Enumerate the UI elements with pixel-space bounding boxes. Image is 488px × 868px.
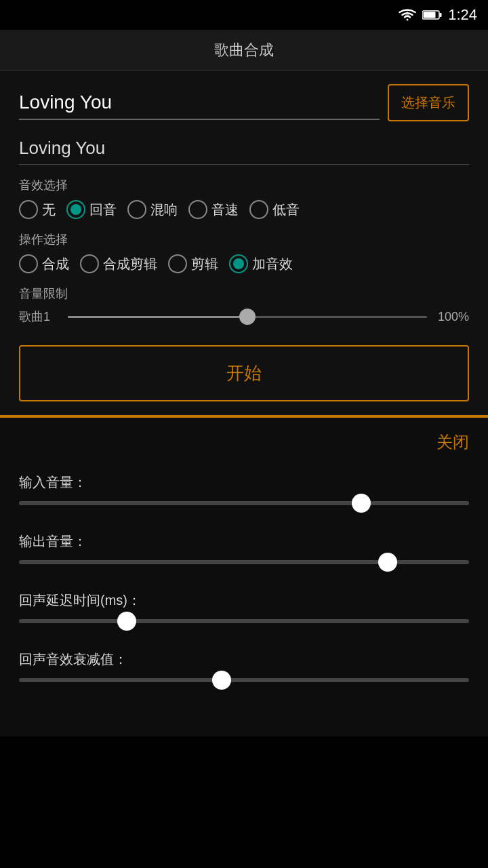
select-music-button[interactable]: 选择音乐 xyxy=(388,84,469,121)
main-content: 选择音乐 Loving You 音效选择 无 回音 混响 音速 低音 操作选择 xyxy=(0,71,488,416)
operation-label: 操作选择 xyxy=(19,231,469,248)
output-volume-thumb[interactable] xyxy=(378,553,397,572)
radio-label-compose-edit: 合成剪辑 xyxy=(103,255,157,273)
radio-label-reverb: 混响 xyxy=(150,201,178,219)
radio-circle-echo xyxy=(66,200,85,219)
radio-compose-edit[interactable]: 合成剪辑 xyxy=(80,254,157,273)
input-volume-label: 输入音量： xyxy=(19,473,469,492)
song1-slider-thumb[interactable] xyxy=(239,309,256,325)
radio-echo[interactable]: 回音 xyxy=(66,200,117,219)
echo-delay-slider-row: 回声延迟时间(ms)： xyxy=(19,591,469,623)
song1-slider-track xyxy=(68,316,427,318)
output-volume-slider[interactable] xyxy=(19,560,469,564)
status-icons: 1:24 xyxy=(398,6,477,24)
echo-decay-slider-row: 回声音效衰减值： xyxy=(19,650,469,682)
svg-rect-2 xyxy=(424,12,436,18)
radio-label-bass: 低音 xyxy=(272,201,300,219)
echo-delay-label: 回声延迟时间(ms)： xyxy=(19,591,469,610)
close-button[interactable]: 关闭 xyxy=(436,431,469,453)
radio-edit[interactable]: 剪辑 xyxy=(168,254,218,273)
radio-label-speed: 音速 xyxy=(211,201,239,219)
radio-label-edit: 剪辑 xyxy=(191,255,218,273)
operation-radio-group: 合成 合成剪辑 剪辑 加音效 xyxy=(19,254,469,273)
radio-circle-compose xyxy=(19,254,38,273)
radio-label-add-effect: 加音效 xyxy=(252,255,293,273)
app-bar-title: 歌曲合成 xyxy=(214,40,274,60)
echo-decay-label: 回声音效衰减值： xyxy=(19,650,469,669)
song1-slider-fill xyxy=(68,316,247,318)
song-input-row: 选择音乐 xyxy=(19,84,469,121)
bottom-panel: 关闭 输入音量： 输出音量： 回声延迟时间(ms)： 回声音效衰减值： xyxy=(0,416,488,736)
status-time: 1:24 xyxy=(448,6,477,24)
song-input[interactable] xyxy=(19,86,380,120)
echo-decay-slider[interactable] xyxy=(19,678,469,682)
battery-icon xyxy=(422,9,443,20)
sound-effect-label: 音效选择 xyxy=(19,177,469,193)
app-bar: 歌曲合成 xyxy=(0,30,488,71)
radio-compose[interactable]: 合成 xyxy=(19,254,69,273)
radio-label-none: 无 xyxy=(42,201,56,219)
close-row: 关闭 xyxy=(19,431,469,453)
volume-limit-label: 音量限制 xyxy=(19,285,469,302)
volume-section: 音量限制 歌曲1 100% xyxy=(19,285,469,325)
radio-speed[interactable]: 音速 xyxy=(188,200,239,219)
echo-delay-thumb[interactable] xyxy=(117,612,136,631)
song1-slider-label: 歌曲1 xyxy=(19,309,60,325)
radio-circle-bass xyxy=(249,200,268,219)
radio-circle-compose-edit xyxy=(80,254,99,273)
radio-circle-add-effect xyxy=(229,254,248,273)
radio-label-echo: 回音 xyxy=(89,201,117,219)
wifi-icon xyxy=(398,7,417,22)
song1-slider-container[interactable] xyxy=(68,310,427,323)
radio-circle-edit xyxy=(168,254,187,273)
input-volume-thumb[interactable] xyxy=(352,494,371,513)
radio-circle-speed xyxy=(188,200,207,219)
radio-reverb[interactable]: 混响 xyxy=(127,200,178,219)
radio-label-compose: 合成 xyxy=(42,255,69,273)
sound-effect-radio-group: 无 回音 混响 音速 低音 xyxy=(19,200,469,219)
svg-rect-3 xyxy=(440,13,442,17)
radio-circle-reverb xyxy=(127,200,146,219)
song1-slider-value: 100% xyxy=(435,310,469,324)
radio-none[interactable]: 无 xyxy=(19,200,56,219)
song-title-display: Loving You xyxy=(19,138,469,165)
status-bar: 1:24 xyxy=(0,0,488,30)
echo-decay-thumb[interactable] xyxy=(212,671,231,690)
input-volume-slider-row: 输入音量： xyxy=(19,473,469,505)
radio-circle-none xyxy=(19,200,38,219)
output-volume-label: 输出音量： xyxy=(19,532,469,551)
start-button[interactable]: 开始 xyxy=(19,345,469,401)
output-volume-slider-row: 输出音量： xyxy=(19,532,469,564)
radio-add-effect[interactable]: 加音效 xyxy=(229,254,293,273)
volume-slider-row: 歌曲1 100% xyxy=(19,309,469,325)
radio-bass[interactable]: 低音 xyxy=(249,200,300,219)
input-volume-slider[interactable] xyxy=(19,501,469,505)
echo-delay-slider[interactable] xyxy=(19,619,469,623)
